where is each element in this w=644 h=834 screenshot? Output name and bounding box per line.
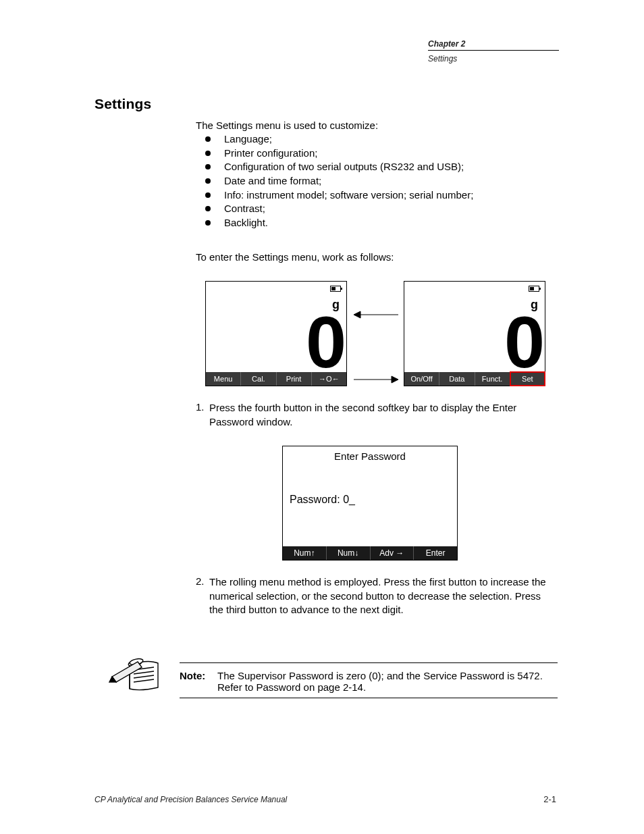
- step-number: 1.: [196, 401, 205, 413]
- intro-text: The Settings menu is used to customize:: [196, 119, 547, 133]
- bullet-item: Info: instrument model; software version…: [205, 188, 543, 203]
- lcd-screen-secondary: g 0 On/Off Data Funct. Set: [404, 281, 545, 386]
- softkey-menu[interactable]: Menu: [206, 372, 241, 386]
- bullet-item: Date and time format;: [205, 174, 543, 188]
- password-label: Password:: [290, 494, 340, 505]
- lcd-screen-main: g 0 Menu Cal. Print →O←: [205, 281, 347, 386]
- softkey-num-up[interactable]: Num↑: [283, 546, 327, 560]
- bullet-item: Backlight.: [205, 216, 543, 230]
- header-section: Settings: [428, 54, 457, 63]
- svg-marker-3: [392, 376, 398, 383]
- note-text: The Supervisor Password is zero (0); and…: [217, 670, 555, 693]
- step-number: 2.: [196, 575, 205, 587]
- step-text: Press the fourth button in the second so…: [209, 401, 547, 429]
- bullet-item: Configuration of two serial outputs (RS2…: [205, 160, 543, 174]
- softkey-data[interactable]: Data: [439, 372, 475, 386]
- password-title: Enter Password: [283, 450, 457, 462]
- password-field: Password: 0_: [290, 494, 355, 506]
- svg-marker-1: [354, 311, 360, 318]
- header-rule: [428, 50, 559, 51]
- note-icon: [108, 654, 165, 697]
- softkey-cal[interactable]: Cal.: [241, 372, 276, 386]
- softkey-bar: Num↑ Num↓ Adv → Enter: [283, 546, 457, 560]
- bullet-item: Language;: [205, 132, 543, 147]
- softkey-funct[interactable]: Funct.: [475, 372, 510, 386]
- softkey-enter[interactable]: Enter: [414, 546, 457, 560]
- note-label: Note:: [180, 670, 205, 681]
- settings-bullets: Language; Printer configuration; Configu…: [205, 132, 543, 230]
- battery-icon: [330, 286, 341, 292]
- softkey-zero[interactable]: →O←: [312, 372, 346, 386]
- bullet-item: Contrast;: [205, 202, 543, 216]
- softkey-set[interactable]: Set: [510, 372, 545, 386]
- weight-value: 0: [306, 311, 342, 373]
- header-chapter: Chapter 2: [428, 39, 465, 49]
- arrow-left-icon: [351, 308, 401, 321]
- step-text: The rolling menu method is employed. Pre…: [209, 575, 547, 617]
- battery-icon: [529, 286, 539, 292]
- footer-page: 2-1: [543, 794, 556, 804]
- softkey-bar: On/Off Data Funct. Set: [404, 372, 545, 386]
- weight-value: 0: [504, 311, 541, 373]
- softkey-print[interactable]: Print: [277, 372, 312, 386]
- softkey-onoff[interactable]: On/Off: [404, 372, 439, 386]
- lcd-screen-password: Enter Password Password: 0_ Num↑ Num↓ Ad…: [282, 446, 458, 561]
- page-title: Settings: [95, 96, 151, 112]
- note-rule: [180, 662, 558, 663]
- arrow-right-icon: [351, 373, 401, 386]
- softkey-bar: Menu Cal. Print →O←: [206, 372, 346, 386]
- password-value: 0_: [343, 494, 355, 505]
- footer-title: CP Analytical and Precision Balances Ser…: [95, 795, 287, 804]
- softkey-num-down[interactable]: Num↓: [327, 546, 371, 560]
- softkey-adv[interactable]: Adv →: [371, 546, 414, 560]
- bullet-item: Printer configuration;: [205, 147, 543, 161]
- step-intro: To enter the Settings menu, work as foll…: [196, 251, 547, 263]
- note-rule: [180, 698, 558, 698]
